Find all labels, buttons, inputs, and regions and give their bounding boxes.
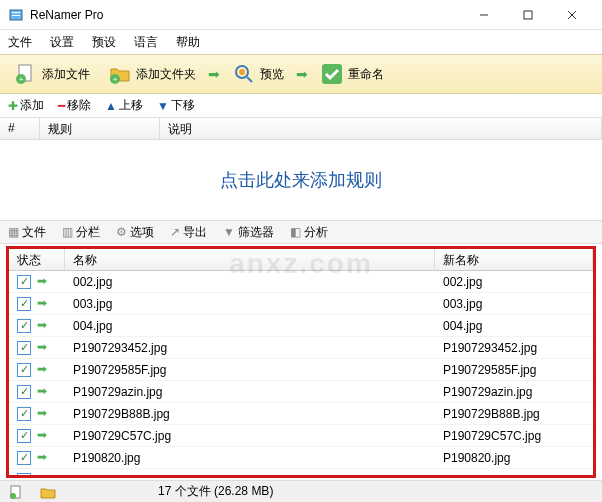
file-name: 002.jpg — [65, 275, 435, 289]
file-row[interactable]: ✓➡P190729azin.jpgP190729azin.jpg — [9, 381, 593, 403]
file-name: P190820.jpg — [65, 451, 435, 465]
svg-rect-2 — [12, 15, 20, 16]
svg-line-13 — [247, 77, 252, 82]
mid-tabs: ▦文件 ▥分栏 ⚙选项 ↗导出 ▼筛选器 ◧分析 — [0, 220, 602, 244]
checkbox-icon[interactable]: ✓ — [17, 385, 31, 399]
tab-columns[interactable]: ▥分栏 — [62, 224, 100, 241]
file-newname: P190826-08- jpg — [435, 473, 593, 476]
arrow-icon: ➡ — [296, 66, 308, 82]
tab-icon: ⚙ — [116, 225, 127, 239]
file-row[interactable]: ✓➡P190826-08- jpgP190826-08- jpg — [9, 469, 593, 475]
status-bar: 17 个文件 (26.28 MB) — [0, 480, 602, 502]
checkbox-icon[interactable]: ✓ — [17, 363, 31, 377]
minimize-button[interactable] — [462, 1, 506, 29]
rule-remove-label: 移除 — [67, 97, 91, 114]
checkbox-icon[interactable]: ✓ — [17, 429, 31, 443]
file-name: P190729C57C.jpg — [65, 429, 435, 443]
file-name: P190729azin.jpg — [65, 385, 435, 399]
rule-remove-button[interactable]: ━移除 — [58, 97, 91, 114]
rule-up-label: 上移 — [119, 97, 143, 114]
file-col-newname[interactable]: 新名称 — [435, 249, 593, 270]
rule-add-button[interactable]: ✚添加 — [8, 97, 44, 114]
file-col-name[interactable]: 名称 — [65, 249, 435, 270]
status-folder-icon[interactable] — [40, 484, 56, 500]
arrow-right-icon: ➡ — [37, 450, 47, 464]
arrow-right-icon: ➡ — [37, 406, 47, 420]
file-row[interactable]: ✓➡P190729B88B.jpgP190729B88B.jpg — [9, 403, 593, 425]
preview-button[interactable]: 预览 — [226, 60, 290, 88]
file-newname: P190820.jpg — [435, 451, 593, 465]
status-file-icon[interactable] — [8, 484, 24, 500]
tab-filter[interactable]: ▼筛选器 — [223, 224, 274, 241]
rule-up-button[interactable]: ▲上移 — [105, 97, 143, 114]
file-row[interactable]: ✓➡P190729C57C.jpgP190729C57C.jpg — [9, 425, 593, 447]
file-name: 003.jpg — [65, 297, 435, 311]
menu-presets[interactable]: 预设 — [92, 34, 116, 51]
arrow-icon: ➡ — [208, 66, 220, 82]
add-folder-icon: + — [108, 62, 132, 86]
checkbox-icon[interactable]: ✓ — [17, 473, 31, 475]
arrow-right-icon: ➡ — [37, 340, 47, 354]
rules-col-desc[interactable]: 说明 — [160, 118, 602, 139]
arrow-right-icon: ➡ — [37, 318, 47, 332]
file-row[interactable]: ✓➡P190820.jpgP190820.jpg — [9, 447, 593, 469]
tab-icon: ▼ — [223, 225, 235, 239]
file-name: 004.jpg — [65, 319, 435, 333]
arrow-right-icon: ➡ — [37, 472, 47, 475]
file-row[interactable]: ✓➡002.jpg002.jpg — [9, 271, 593, 293]
preview-label: 预览 — [260, 66, 284, 83]
checkbox-icon[interactable]: ✓ — [17, 319, 31, 333]
file-list[interactable]: ✓➡002.jpg002.jpg✓➡003.jpg003.jpg✓➡004.jp… — [9, 271, 593, 475]
checkbox-icon[interactable]: ✓ — [17, 407, 31, 421]
rule-down-button[interactable]: ▼下移 — [157, 97, 195, 114]
file-name: P190729585F.jpg — [65, 363, 435, 377]
minus-icon: ━ — [58, 99, 65, 113]
file-name: P190826-08- jpg — [65, 473, 435, 476]
main-toolbar: + 添加文件 + 添加文件夹 ➡ 预览 ➡ 重命名 — [0, 54, 602, 94]
file-row[interactable]: ✓➡P190729585F.jpgP190729585F.jpg — [9, 359, 593, 381]
tab-files[interactable]: ▦文件 — [8, 224, 46, 241]
menu-language[interactable]: 语言 — [134, 34, 158, 51]
maximize-button[interactable] — [506, 1, 550, 29]
rules-col-num[interactable]: # — [0, 118, 40, 139]
close-button[interactable] — [550, 1, 594, 29]
menu-file[interactable]: 文件 — [8, 34, 32, 51]
add-folder-label: 添加文件夹 — [136, 66, 196, 83]
checkbox-icon[interactable]: ✓ — [17, 275, 31, 289]
file-pane: 状态 名称 新名称 ✓➡002.jpg002.jpg✓➡003.jpg003.j… — [6, 246, 596, 478]
file-row[interactable]: ✓➡003.jpg003.jpg — [9, 293, 593, 315]
checkbox-icon[interactable]: ✓ — [17, 451, 31, 465]
tab-icon: ▦ — [8, 225, 19, 239]
rules-empty-area[interactable]: 点击此处来添加规则 — [0, 140, 602, 220]
down-icon: ▼ — [157, 99, 169, 113]
file-newname: P1907293452.jpg — [435, 341, 593, 355]
arrow-right-icon: ➡ — [37, 362, 47, 376]
file-newname: P190729C57C.jpg — [435, 429, 593, 443]
rename-label: 重命名 — [348, 66, 384, 83]
menu-help[interactable]: 帮助 — [176, 34, 200, 51]
file-newname: P190729B88B.jpg — [435, 407, 593, 421]
file-col-state[interactable]: 状态 — [9, 249, 65, 270]
checkbox-icon[interactable]: ✓ — [17, 297, 31, 311]
svg-text:+: + — [113, 75, 118, 84]
file-name: P190729B88B.jpg — [65, 407, 435, 421]
tab-analyze[interactable]: ◧分析 — [290, 224, 328, 241]
svg-point-17 — [10, 493, 16, 499]
tab-export[interactable]: ↗导出 — [170, 224, 207, 241]
file-newname: 004.jpg — [435, 319, 593, 333]
rename-icon — [320, 62, 344, 86]
svg-text:+: + — [19, 75, 24, 84]
checkbox-icon[interactable]: ✓ — [17, 341, 31, 355]
file-newname: P190729585F.jpg — [435, 363, 593, 377]
rename-button[interactable]: 重命名 — [314, 60, 390, 88]
rule-add-label: 添加 — [20, 97, 44, 114]
file-row[interactable]: ✓➡004.jpg004.jpg — [9, 315, 593, 337]
tab-options[interactable]: ⚙选项 — [116, 224, 154, 241]
rules-header: # 规则 说明 — [0, 118, 602, 140]
menu-settings[interactable]: 设置 — [50, 34, 74, 51]
add-files-button[interactable]: + 添加文件 — [8, 60, 96, 88]
add-folder-button[interactable]: + 添加文件夹 — [102, 60, 202, 88]
file-row[interactable]: ✓➡P1907293452.jpgP1907293452.jpg — [9, 337, 593, 359]
rules-col-rule[interactable]: 规则 — [40, 118, 160, 139]
svg-rect-1 — [12, 12, 20, 13]
